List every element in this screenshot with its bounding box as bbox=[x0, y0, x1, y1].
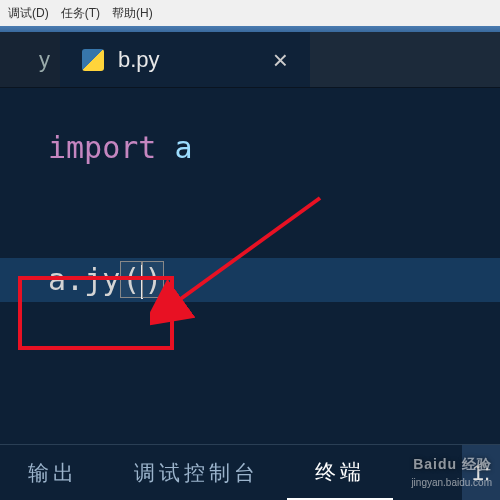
code-editor[interactable]: import a a.jy() bbox=[0, 88, 500, 444]
menu-tasks[interactable]: 任务(T) bbox=[61, 5, 100, 22]
object-ref: a bbox=[48, 262, 66, 297]
close-icon[interactable]: × bbox=[273, 47, 288, 73]
rparen: ) bbox=[142, 261, 164, 298]
tab-active-label: b.py bbox=[118, 47, 160, 73]
tab-inactive[interactable]: y bbox=[0, 32, 60, 87]
dot-operator: . bbox=[66, 262, 84, 297]
editor-tabs: y b.py × bbox=[0, 32, 500, 88]
code-line-3-blank bbox=[0, 214, 500, 258]
menu-bar: 调试(D) 任务(T) 帮助(H) bbox=[0, 0, 500, 26]
tab-active[interactable]: b.py × bbox=[60, 32, 310, 87]
panel-tab-debug-console[interactable]: 调试控制台 bbox=[106, 445, 287, 500]
code-line-current: a.jy() bbox=[0, 258, 500, 302]
module-name: a bbox=[174, 130, 192, 165]
code-line-2 bbox=[0, 170, 500, 214]
keyword-import: import bbox=[48, 130, 156, 165]
panel-tab-output[interactable]: 输出 bbox=[0, 445, 106, 500]
tab-inactive-label: y bbox=[39, 47, 50, 73]
watermark-url: jingyan.baidu.com bbox=[411, 477, 492, 488]
menu-help[interactable]: 帮助(H) bbox=[112, 5, 153, 22]
menu-debug[interactable]: 调试(D) bbox=[8, 5, 49, 22]
lparen: ( bbox=[120, 261, 142, 298]
panel-tab-terminal[interactable]: 终端 bbox=[287, 445, 393, 500]
python-file-icon bbox=[82, 49, 104, 71]
code-line-1: import a bbox=[0, 126, 500, 170]
watermark-logo: Baidu 经验 bbox=[413, 456, 492, 474]
method-name: jy bbox=[84, 262, 120, 297]
